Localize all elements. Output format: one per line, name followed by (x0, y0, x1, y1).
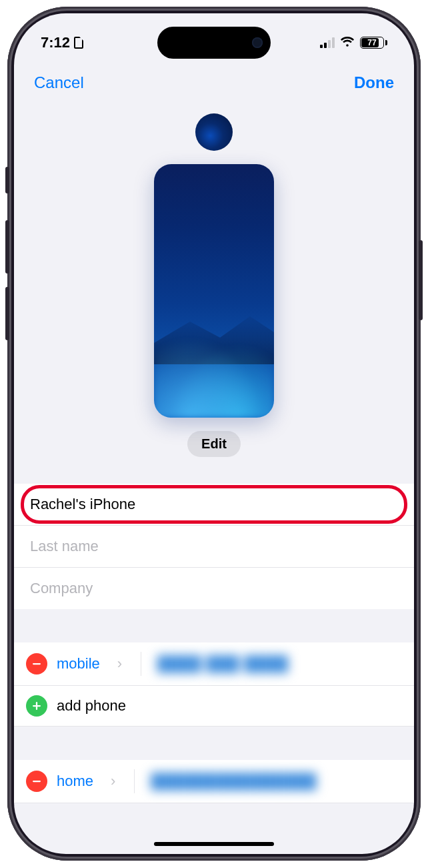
last-name-input[interactable] (30, 538, 398, 555)
add-phone-label: add phone (57, 697, 126, 715)
last-name-row[interactable] (14, 526, 414, 568)
company-input[interactable] (30, 580, 398, 597)
svg-rect-0 (33, 663, 41, 665)
minus-icon (31, 658, 43, 670)
phone-type-label[interactable]: mobile (57, 655, 105, 673)
battery-icon: 77 (360, 37, 387, 49)
remove-email-button[interactable] (26, 771, 47, 792)
chevron-right-icon: › (115, 655, 125, 673)
iphone-frame: 7:12 77 Cancel Done (7, 7, 421, 861)
section-gap (14, 609, 414, 642)
name-section (14, 484, 414, 609)
side-button (5, 167, 9, 193)
phone-section: mobile › ████ ███ ████ add phone (14, 642, 414, 727)
status-time: 7:12 (41, 34, 70, 51)
done-button[interactable]: Done (354, 73, 394, 92)
add-phone-button[interactable] (26, 695, 47, 717)
svg-rect-3 (33, 781, 41, 782)
email-type-label[interactable]: home (57, 773, 99, 790)
home-indicator[interactable] (154, 842, 274, 846)
wifi-icon (340, 34, 355, 51)
screen: 7:12 77 Cancel Done (14, 13, 414, 854)
company-row[interactable] (14, 568, 414, 609)
email-value[interactable]: ███████████████ (151, 773, 317, 790)
content-area: Edit mobile (14, 113, 414, 854)
first-name-input[interactable] (30, 496, 398, 513)
cellular-icon (320, 37, 335, 48)
remove-phone-button[interactable] (26, 653, 47, 675)
divider (141, 652, 141, 676)
phone-value[interactable]: ████ ███ ████ (157, 655, 289, 673)
front-camera-icon (252, 37, 263, 48)
section-gap-2 (14, 727, 414, 760)
email-entry-row[interactable]: home › ███████████████ (14, 760, 414, 803)
svg-rect-2 (33, 705, 41, 707)
chevron-right-icon: › (108, 773, 118, 790)
sim-icon (74, 37, 83, 49)
volume-up-button (5, 220, 9, 274)
minus-icon (31, 775, 43, 787)
volume-down-button (5, 287, 9, 340)
status-right: 77 (320, 34, 387, 51)
contact-avatar[interactable] (195, 113, 233, 151)
add-phone-row[interactable]: add phone (14, 686, 414, 727)
first-name-row[interactable] (14, 484, 414, 526)
divider (134, 769, 135, 793)
cancel-button[interactable]: Cancel (34, 73, 84, 92)
power-button (419, 240, 423, 320)
edit-poster-button[interactable]: Edit (187, 431, 241, 457)
contact-poster[interactable] (154, 164, 274, 418)
status-left: 7:12 (41, 34, 83, 51)
phone-entry-row[interactable]: mobile › ████ ███ ████ (14, 642, 414, 686)
plus-icon (31, 700, 43, 712)
nav-bar: Cancel Done (14, 73, 414, 92)
dynamic-island (157, 27, 271, 59)
email-section: home › ███████████████ (14, 760, 414, 803)
poster-art-glow (154, 324, 274, 418)
